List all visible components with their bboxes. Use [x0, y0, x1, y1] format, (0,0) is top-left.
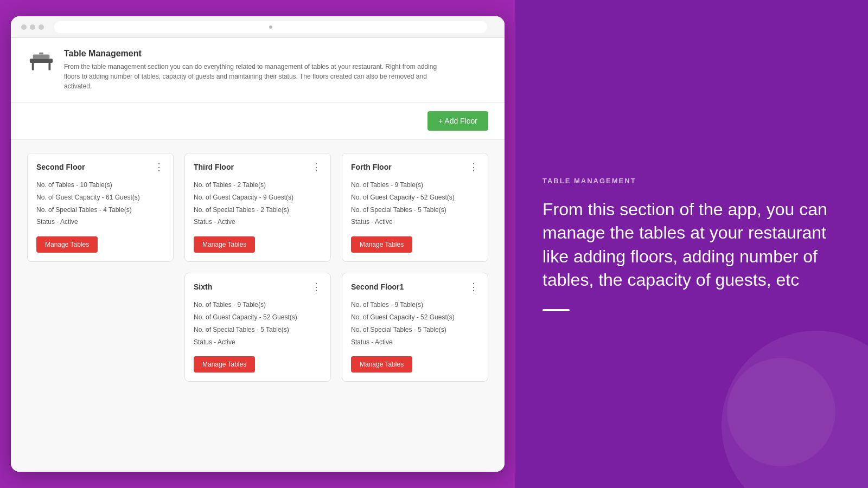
floor-card-info: No. of Tables - 9 Table(s) No. of Guest …: [351, 181, 479, 227]
floor-options-icon[interactable]: ⋮: [469, 162, 479, 172]
browser-dot-1: [21, 24, 27, 30]
tables-count: No. of Tables - 9 Table(s): [351, 181, 479, 190]
header-text: Table Management From the table manageme…: [64, 49, 444, 91]
app-content: Table Management From the table manageme…: [11, 38, 505, 472]
manage-tables-button[interactable]: Manage Tables: [351, 356, 412, 373]
page-description: From the table management section you ca…: [64, 62, 444, 91]
browser-dot-3: [39, 24, 44, 30]
divider: [542, 309, 570, 311]
floor-card-title: Second Floor1: [351, 282, 404, 291]
svg-rect-2: [48, 63, 50, 70]
browser-dot-2: [30, 24, 35, 30]
floor-card-info: No. of Tables - 9 Table(s) No. of Guest …: [194, 300, 322, 346]
status: Status - Active: [194, 217, 322, 227]
manage-tables-button[interactable]: Manage Tables: [194, 236, 255, 253]
floor-card-header: Second Floor1 ⋮: [351, 282, 479, 292]
floor-card-title: Third Floor: [194, 163, 234, 171]
floor-card-second-floor: Second Floor ⋮ No. of Tables - 10 Table(…: [27, 153, 174, 262]
guest-capacity: No. of Guest Capacity - 61 Guest(s): [36, 193, 164, 202]
floor-card-empty: [27, 273, 174, 382]
url-dot: [269, 25, 272, 29]
add-floor-button[interactable]: + Add Floor: [427, 111, 488, 131]
manage-tables-button[interactable]: Manage Tables: [36, 236, 98, 253]
guest-capacity: No. of Guest Capacity - 52 Guest(s): [351, 313, 479, 322]
floor-card-third-floor: Third Floor ⋮ No. of Tables - 2 Table(s)…: [184, 153, 331, 262]
floor-options-icon[interactable]: ⋮: [311, 162, 322, 172]
floors-grid: Second Floor ⋮ No. of Tables - 10 Table(…: [11, 140, 505, 395]
guest-capacity: No. of Guest Capacity - 52 Guest(s): [351, 193, 479, 202]
browser-window: Table Management From the table manageme…: [11, 16, 505, 472]
floor-card-header: Second Floor ⋮: [36, 162, 164, 172]
svg-rect-1: [32, 63, 34, 70]
special-tables: No. of Special Tables - 5 Table(s): [351, 206, 479, 215]
status: Status - Active: [351, 217, 479, 227]
section-description: From this section of the app, you can ma…: [542, 198, 841, 292]
floor-card-sixth: Sixth ⋮ No. of Tables - 9 Table(s) No. o…: [184, 273, 331, 382]
manage-tables-button[interactable]: Manage Tables: [351, 236, 412, 253]
special-tables: No. of Special Tables - 5 Table(s): [351, 325, 479, 335]
tables-count: No. of Tables - 9 Table(s): [194, 300, 322, 310]
special-tables: No. of Special Tables - 5 Table(s): [194, 325, 322, 335]
table-management-icon: [27, 49, 55, 77]
app-header: Table Management From the table manageme…: [11, 38, 505, 102]
status: Status - Active: [194, 338, 322, 347]
floor-card-header: Forth Floor ⋮: [351, 162, 479, 172]
floor-card-info: No. of Tables - 10 Table(s) No. of Guest…: [36, 181, 164, 227]
floor-options-icon[interactable]: ⋮: [154, 162, 164, 172]
left-panel: Table Management From the table manageme…: [0, 0, 515, 488]
floor-card-forth-floor: Forth Floor ⋮ No. of Tables - 9 Table(s)…: [342, 153, 488, 262]
tables-count: No. of Tables - 2 Table(s): [194, 181, 322, 190]
floor-options-icon[interactable]: ⋮: [311, 282, 322, 292]
manage-tables-button[interactable]: Manage Tables: [194, 356, 255, 373]
browser-bar: [11, 16, 505, 38]
floor-card-second-floor1: Second Floor1 ⋮ No. of Tables - 9 Table(…: [342, 273, 488, 382]
status: Status - Active: [351, 338, 479, 347]
status: Status - Active: [36, 217, 164, 227]
add-floor-row: + Add Floor: [11, 102, 505, 140]
section-label: TABLE MANAGEMENT: [542, 177, 841, 185]
floor-card-info: No. of Tables - 2 Table(s) No. of Guest …: [194, 181, 322, 227]
special-tables: No. of Special Tables - 2 Table(s): [194, 206, 322, 215]
page-title: Table Management: [64, 49, 444, 59]
tables-count: No. of Tables - 10 Table(s): [36, 181, 164, 190]
right-panel: TABLE MANAGEMENT From this section of th…: [515, 0, 868, 488]
floor-card-title: Sixth: [194, 282, 212, 291]
browser-url-bar: [54, 21, 487, 33]
guest-capacity: No. of Guest Capacity - 9 Guest(s): [194, 193, 322, 202]
svg-rect-4: [39, 53, 43, 55]
floor-card-info: No. of Tables - 9 Table(s) No. of Guest …: [351, 300, 479, 346]
special-tables: No. of Special Tables - 4 Table(s): [36, 206, 164, 215]
tables-count: No. of Tables - 9 Table(s): [351, 300, 479, 310]
floor-card-title: Forth Floor: [351, 163, 392, 171]
floor-card-title: Second Floor: [36, 163, 85, 171]
guest-capacity: No. of Guest Capacity - 52 Guest(s): [194, 313, 322, 322]
svg-rect-0: [30, 59, 53, 63]
floor-card-header: Third Floor ⋮: [194, 162, 322, 172]
svg-rect-3: [33, 55, 50, 59]
floor-options-icon[interactable]: ⋮: [469, 282, 479, 292]
floor-card-header: Sixth ⋮: [194, 282, 322, 292]
